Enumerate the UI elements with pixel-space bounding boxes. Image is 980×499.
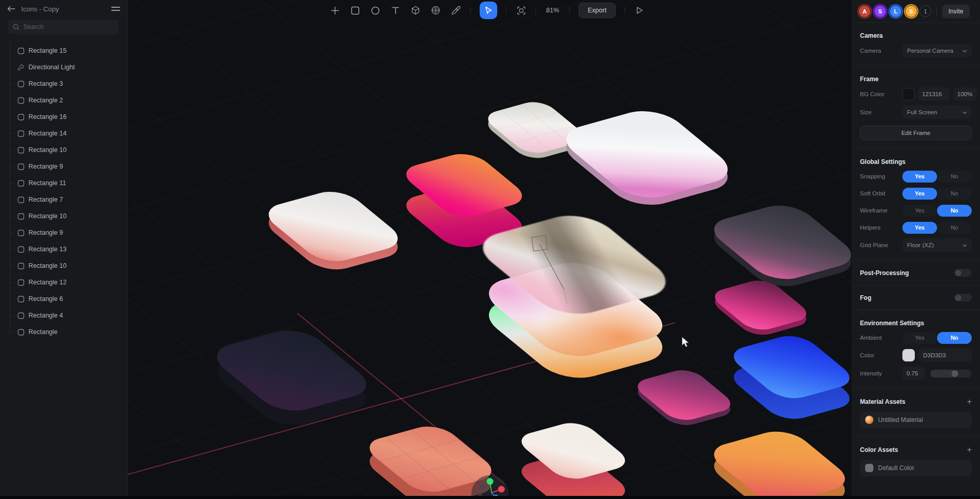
cube-tool-button[interactable] — [410, 5, 421, 16]
toolbar-divider — [536, 7, 536, 14]
text-tool-button[interactable] — [390, 5, 401, 16]
ambient-option-yes[interactable]: Yes — [902, 332, 937, 344]
tree-tick — [10, 84, 14, 84]
bg-color-swatch[interactable] — [902, 88, 915, 100]
add-material-icon[interactable]: + — [967, 398, 972, 405]
size-dropdown[interactable]: Full Screen — [902, 105, 972, 119]
bg-color-hex-field[interactable]: 121316 — [918, 87, 950, 101]
edit-frame-button[interactable]: Edit Frame — [860, 126, 972, 140]
soft-orbit-option-yes[interactable]: Yes — [902, 188, 937, 200]
sidebar-layer-rectangle-9[interactable]: Rectangle 9 — [0, 158, 127, 175]
frame-tool-button[interactable] — [515, 5, 527, 16]
export-button[interactable]: Export — [578, 3, 616, 18]
wireframe-option-yes[interactable]: Yes — [902, 205, 937, 217]
helpers-option-no[interactable]: No — [937, 222, 972, 234]
back-arrow-icon[interactable] — [7, 6, 16, 12]
gizmo-axis-negx[interactable] — [480, 484, 485, 489]
avatar-user-l-2[interactable]: L — [889, 5, 902, 18]
ambient-option-no[interactable]: No — [937, 332, 972, 344]
intensity-label: Intensity — [860, 370, 902, 376]
fog-toggle[interactable] — [954, 294, 972, 301]
sidebar-layer-rectangle-13[interactable]: Rectangle 13 — [0, 241, 127, 258]
slider-knob[interactable] — [952, 370, 958, 377]
rectangle-layer-icon — [17, 97, 24, 104]
sidebar-layer-rectangle-7[interactable]: Rectangle 7 — [0, 191, 127, 208]
tree-tick — [10, 332, 14, 332]
tree-tick — [10, 133, 14, 134]
wireframe-option-no[interactable]: No — [937, 205, 972, 217]
search-input[interactable]: Search — [8, 20, 118, 34]
tree-tick — [10, 150, 14, 150]
select-tool-button[interactable] — [480, 2, 497, 19]
snapping-option-yes[interactable]: Yes — [902, 171, 937, 183]
sidebar-layer-rectangle-6[interactable]: Rectangle 6 — [0, 291, 127, 307]
bg-color-opacity-field[interactable]: 100% — [953, 87, 977, 101]
gizmo-axis-y[interactable] — [487, 478, 494, 485]
env-color-hex-field[interactable]: D3D3D3 — [919, 349, 972, 362]
tree-tick — [10, 266, 14, 266]
rectangle-tool-button[interactable] — [349, 5, 361, 16]
bg-color-label: BG Color — [860, 91, 902, 97]
camera-section-title: Camera — [860, 32, 972, 39]
sphere-tool-button[interactable] — [430, 5, 441, 16]
avatar-user-s-3[interactable]: S — [905, 5, 917, 18]
layer-label: Rectangle 13 — [28, 246, 67, 253]
sidebar-layer-rectangle-4[interactable]: Rectangle 4 — [0, 307, 127, 324]
layer-label: Rectangle — [28, 328, 57, 336]
sidebar-layer-directional-light[interactable]: Directional Light — [0, 59, 127, 75]
ellipse-tool-button[interactable] — [369, 5, 381, 16]
camera-section: Camera Camera Personal Camera — [852, 23, 980, 66]
layer-label: Rectangle 4 — [28, 312, 63, 319]
rectangle-layer-icon — [17, 179, 24, 187]
menu-icon[interactable] — [111, 7, 120, 10]
camera-dropdown[interactable]: Personal Camera — [902, 44, 972, 57]
env-color-swatch[interactable] — [902, 349, 915, 361]
color-asset-item[interactable]: Default Color — [860, 460, 972, 476]
play-button[interactable] — [634, 5, 645, 16]
sidebar-layer-rectangle-10[interactable]: Rectangle 10 — [0, 208, 127, 224]
sidebar-layer-rectangle-10[interactable]: Rectangle 10 — [0, 142, 127, 158]
gizmo-axis-x[interactable] — [498, 486, 505, 493]
tree-tick — [10, 282, 14, 283]
soft-orbit-option-no[interactable]: No — [937, 188, 972, 200]
sidebar-layer-rectangle-3[interactable]: Rectangle 3 — [0, 75, 127, 92]
invite-button[interactable]: Invite — [942, 5, 970, 18]
material-sphere-thumb — [865, 416, 873, 424]
material-asset-item[interactable]: Untitled Material — [860, 412, 972, 428]
add-color-icon[interactable]: + — [967, 446, 972, 453]
tree-tick — [10, 249, 14, 250]
sidebar-layer-rectangle-2[interactable]: Rectangle 2 — [0, 92, 127, 109]
sidebar-layer-rectangle-15[interactable]: Rectangle 15 — [0, 42, 127, 59]
rectangle-layer-icon — [17, 246, 24, 253]
sidebar-layer-rectangle-12[interactable]: Rectangle 12 — [0, 274, 127, 291]
post-processing-toggle[interactable] — [954, 269, 972, 277]
intensity-slider[interactable] — [930, 370, 972, 377]
pen-tool-button[interactable] — [450, 5, 462, 16]
sidebar-layer-rectangle-16[interactable]: Rectangle 16 — [0, 109, 127, 125]
viewport-canvas[interactable] — [0, 0, 980, 499]
snapping-option-no[interactable]: No — [937, 171, 972, 183]
search-icon — [13, 24, 20, 31]
sidebar-layer-rectangle-14[interactable]: Rectangle 14 — [0, 125, 127, 142]
grid-plane-dropdown[interactable]: Floor (XZ) — [902, 238, 972, 252]
layer-label: Rectangle 9 — [28, 229, 63, 236]
add-tool-button[interactable] — [329, 5, 340, 16]
sidebar-layer-rectangle-9[interactable]: Rectangle 9 — [0, 224, 127, 241]
viewer-count-badge[interactable]: 1 — [919, 5, 931, 17]
sidebar-layer-rectangle[interactable]: Rectangle — [0, 324, 127, 340]
material-assets-section: Material Assets + Untitled Material — [852, 389, 980, 437]
avatar-user-a-0[interactable]: A — [858, 5, 871, 18]
helpers-option-yes[interactable]: Yes — [902, 222, 937, 234]
zoom-level[interactable]: 81% — [545, 7, 560, 14]
layer-label: Rectangle 12 — [28, 279, 67, 286]
intensity-value-field[interactable]: 0.75 — [902, 367, 925, 380]
sidebar-layer-rectangle-11[interactable]: Rectangle 11 — [0, 175, 127, 191]
avatar-user-s-1[interactable]: S — [874, 5, 886, 18]
material-assets-title: Material Assets — [860, 398, 905, 405]
layer-label: Rectangle 7 — [28, 196, 63, 203]
orientation-gizmo[interactable] — [466, 473, 523, 499]
layer-label: Rectangle 14 — [28, 130, 67, 137]
sidebar-layer-rectangle-10[interactable]: Rectangle 10 — [0, 258, 127, 274]
color-swatch-thumb — [865, 464, 873, 472]
color-assets-section: Color Assets + Default Color — [852, 437, 980, 485]
